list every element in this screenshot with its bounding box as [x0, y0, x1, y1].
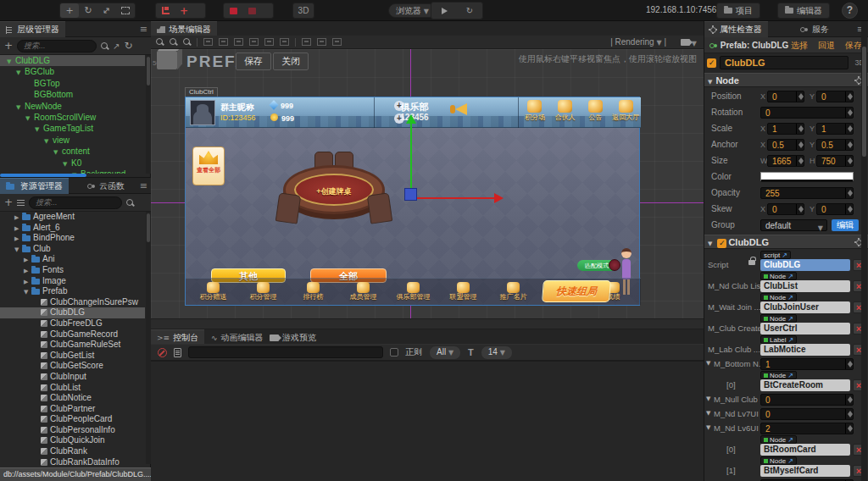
- regex-checkbox[interactable]: [390, 348, 398, 357]
- asset-item[interactable]: Club: [0, 244, 145, 255]
- node-gizmo-tag[interactable]: ClubCtrl: [185, 87, 218, 97]
- 3d-mode-button[interactable]: 3D: [292, 3, 314, 19]
- expand-arrow-icon[interactable]: [706, 424, 710, 431]
- reference-field[interactable]: LabMotice: [760, 344, 850, 356]
- asset-item[interactable]: ClubRank: [0, 446, 145, 457]
- log-level-dropdown[interactable]: All ▼: [429, 346, 461, 360]
- hierarchy-node[interactable]: RoomScrollView: [0, 112, 145, 123]
- number-field[interactable]: 0: [760, 394, 854, 406]
- local-coord-icon[interactable]: [224, 3, 242, 18]
- megaphone-icon[interactable]: [455, 103, 467, 115]
- asset-item[interactable]: ClubNotice: [0, 393, 145, 404]
- size-h-field[interactable]: 750: [816, 155, 854, 167]
- hierarchy-node[interactable]: BGBottom: [0, 89, 145, 100]
- expand-arrow-icon[interactable]: [706, 410, 710, 417]
- stepper[interactable]: [845, 91, 853, 102]
- distribute-v-icon[interactable]: [317, 38, 326, 46]
- hierarchy-node[interactable]: GameTagList: [0, 123, 145, 134]
- header-menu-item[interactable]: 积分场: [520, 99, 550, 128]
- asset-item[interactable]: ClubRankDataInfo: [0, 457, 145, 468]
- prefab-select-button[interactable]: 选择: [791, 37, 808, 53]
- bottom-menu-item[interactable]: 排行榜: [289, 282, 337, 301]
- play-icon[interactable]: [431, 3, 457, 19]
- font-size-dropdown[interactable]: 14 ▼: [481, 346, 513, 360]
- header-menu-item[interactable]: 返回大厅: [610, 99, 641, 128]
- tab-assets[interactable]: 资源管理器: [0, 178, 69, 194]
- log-file-icon[interactable]: [174, 348, 181, 357]
- refresh-icon[interactable]: ↻: [457, 3, 482, 19]
- create-node-icon[interactable]: +: [4, 40, 13, 52]
- position-x-field[interactable]: 0: [767, 91, 804, 102]
- external-link-icon[interactable]: ↗: [787, 436, 793, 444]
- create-table-area[interactable]: +创建牌桌: [270, 158, 398, 231]
- scale-x-field[interactable]: 1: [767, 123, 804, 135]
- asset-item[interactable]: ClubPartner: [0, 404, 145, 415]
- anchor-y-field[interactable]: 0.5: [816, 139, 854, 151]
- bottom-menu-item[interactable]: 俱乐部管理: [389, 282, 437, 301]
- asset-item[interactable]: Prefab: [0, 286, 145, 297]
- number-field[interactable]: 2: [760, 423, 854, 434]
- asset-item[interactable]: Alert_6: [0, 223, 145, 234]
- external-link-icon[interactable]: ↗: [787, 372, 793, 379]
- camera-dropdown[interactable]: ▼: [681, 39, 697, 47]
- hierarchy-node[interactable]: BGClub: [0, 66, 145, 77]
- mode-toggle[interactable]: 匹配模式: [577, 260, 616, 271]
- hierarchy-node[interactable]: view: [0, 135, 145, 146]
- reference-field[interactable]: UserCtrl: [760, 323, 850, 334]
- component-section-header[interactable]: ▼✓ClubDLG: [704, 235, 868, 249]
- open-editor-button[interactable]: 编辑器: [777, 3, 830, 19]
- number-field[interactable]: 0: [760, 408, 854, 420]
- reference-field[interactable]: BtMyselfCard: [760, 465, 850, 477]
- console-log-area[interactable]: [151, 361, 704, 481]
- asset-item[interactable]: ClubPeopleCard: [0, 414, 145, 425]
- add-node-icon[interactable]: +: [175, 3, 193, 18]
- asset-item[interactable]: ClubList: [0, 383, 145, 394]
- reference-field[interactable]: ClubDLG: [760, 259, 850, 271]
- external-link-icon[interactable]: ↗: [787, 273, 793, 280]
- external-link-icon[interactable]: ↗: [787, 294, 793, 301]
- distribute-grid-icon[interactable]: [332, 38, 342, 46]
- anchor-x-field[interactable]: 0.5: [767, 139, 804, 151]
- search-icon[interactable]: [126, 199, 134, 207]
- assets-search-input[interactable]: [29, 196, 122, 209]
- align-top-icon[interactable]: [203, 38, 213, 46]
- opacity-field[interactable]: 255: [760, 187, 854, 199]
- align-vcenter-icon[interactable]: [219, 38, 228, 46]
- reference-field[interactable]: BtCreateRoom: [760, 379, 850, 391]
- external-link-icon[interactable]: ↗: [788, 336, 794, 344]
- stepper[interactable]: [845, 423, 853, 434]
- scale-y-field[interactable]: 1: [816, 123, 854, 135]
- hierarchy-node[interactable]: BGTop: [0, 78, 145, 89]
- asset-item[interactable]: ClubInput: [0, 372, 145, 383]
- align-left-icon[interactable]: [249, 38, 259, 46]
- stepper[interactable]: [845, 124, 853, 134]
- distribute-h-icon[interactable]: [302, 38, 311, 46]
- prefab-close-button[interactable]: 关闭: [273, 53, 309, 70]
- align-bottom-icon[interactable]: [234, 38, 243, 46]
- header-menu-item[interactable]: 公告: [581, 99, 611, 128]
- tab-services[interactable]: 服务: [794, 21, 835, 37]
- rendering-dropdown[interactable]: | Rendering ▼ |: [610, 37, 666, 47]
- stepper[interactable]: [845, 108, 853, 118]
- color-swatch[interactable]: [760, 172, 854, 182]
- stepper[interactable]: [845, 359, 853, 369]
- zoom-in-icon[interactable]: [170, 38, 177, 46]
- stepper[interactable]: [845, 204, 853, 214]
- console-filter-input[interactable]: [188, 346, 383, 358]
- node-section-header[interactable]: ▼Node: [704, 73, 868, 87]
- align-hcenter-icon[interactable]: [264, 38, 274, 46]
- hierarchy-node[interactable]: ClubDLG: [0, 55, 145, 66]
- asset-item[interactable]: ClubPersonalInfo: [0, 425, 145, 436]
- size-w-field[interactable]: 1665: [767, 155, 804, 167]
- avatar[interactable]: [190, 100, 215, 125]
- quick-match-button[interactable]: 快速组局: [542, 280, 611, 302]
- number-field[interactable]: 1: [760, 358, 854, 370]
- search-icon[interactable]: [101, 42, 108, 50]
- open-project-button[interactable]: 项目: [716, 3, 760, 19]
- asset-item[interactable]: ClubFreeDLG: [0, 318, 145, 329]
- reference-field[interactable]: ClubList: [760, 280, 850, 292]
- stepper[interactable]: [845, 140, 853, 150]
- pivot-toggle-icon[interactable]: [156, 3, 175, 18]
- reference-field[interactable]: BtRoomCard: [760, 444, 850, 456]
- asset-item[interactable]: ClubQuickJoin: [0, 435, 145, 446]
